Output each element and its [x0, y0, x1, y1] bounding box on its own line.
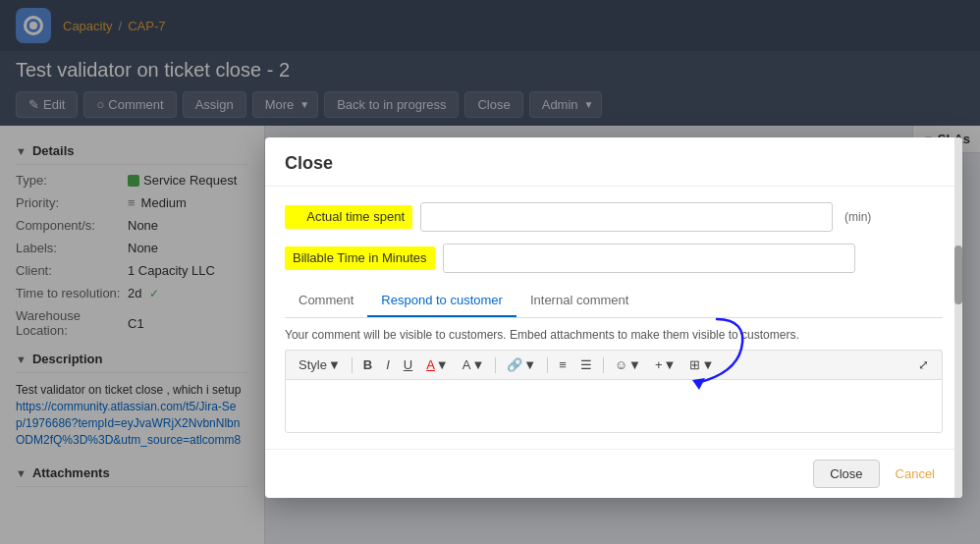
editor-separator-4 — [603, 357, 604, 373]
font-color-chevron-icon: ▼ — [436, 357, 449, 372]
table-chevron-icon: ▼ — [701, 357, 714, 372]
tab-respond-to-customer[interactable]: Respond to customer — [367, 285, 517, 317]
actual-time-unit: (min) — [844, 210, 871, 224]
modal-overlay: Close Actual time spent (min) Billable T… — [0, 0, 980, 544]
link-chevron-icon: ▼ — [523, 357, 536, 372]
expand-editor-button[interactable]: ⤢ — [913, 354, 934, 375]
style-dropdown-button[interactable]: Style ▼ — [294, 354, 346, 375]
font-color-button[interactable]: A ▼ — [421, 354, 454, 375]
editor-area[interactable] — [285, 379, 943, 433]
editor-separator-1 — [352, 357, 353, 373]
billable-time-row: Billable Time in Minutes — [285, 244, 943, 273]
editor-separator-3 — [547, 357, 548, 373]
bullet-list-icon: ≡ — [559, 357, 567, 372]
insert-chevron-icon: ▼ — [664, 357, 677, 372]
bold-button[interactable]: B — [358, 354, 377, 375]
bullet-list-button[interactable]: ≡ — [554, 354, 572, 375]
actual-time-input[interactable] — [420, 202, 833, 232]
actual-time-row: Actual time spent (min) — [285, 202, 943, 232]
modal-scrollbar-thumb — [954, 245, 962, 304]
page-wrapper: Capacity / CAP-7 Test validator on ticke… — [0, 0, 980, 544]
expand-icon: ⤢ — [918, 357, 929, 372]
close-modal: Close Actual time spent (min) Billable T… — [265, 137, 962, 498]
modal-body: Actual time spent (min) Billable Time in… — [265, 187, 962, 449]
table-icon: ⊞ — [689, 357, 700, 372]
clear-format-button[interactable]: A ▼ — [458, 354, 490, 375]
tab-info-text: Your comment will be visible to customer… — [285, 318, 943, 350]
comment-tabs: Comment Respond to customer Internal com… — [285, 285, 943, 318]
actual-time-label: Actual time spent — [285, 205, 412, 229]
tab-internal-comment[interactable]: Internal comment — [517, 285, 642, 317]
modal-close-button[interactable]: Close — [813, 460, 879, 488]
italic-button[interactable]: I — [381, 354, 395, 375]
tab-comment[interactable]: Comment — [285, 285, 367, 317]
link-icon: 🔗 — [507, 357, 522, 372]
numbered-list-button[interactable]: ☰ — [575, 354, 597, 375]
link-button[interactable]: 🔗 ▼ — [502, 354, 541, 375]
emoji-icon: ☺ — [615, 357, 627, 372]
style-chevron-icon: ▼ — [328, 357, 341, 372]
modal-scrollbar[interactable] — [954, 137, 962, 498]
emoji-button[interactable]: ☺ ▼ — [610, 354, 646, 375]
modal-title: Close — [265, 137, 962, 187]
editor-toolbar: Style ▼ B I U A ▼ — [285, 350, 943, 379]
insert-icon: + — [655, 357, 663, 372]
underline-button[interactable]: U — [399, 354, 417, 375]
clear-format-chevron-icon: ▼ — [471, 357, 484, 372]
modal-footer: Close Cancel — [265, 449, 962, 498]
editor-separator-2 — [495, 357, 496, 373]
billable-time-label: Billable Time in Minutes — [285, 246, 435, 270]
numbered-list-icon: ☰ — [580, 357, 592, 372]
table-button[interactable]: ⊞ ▼ — [684, 354, 719, 375]
emoji-chevron-icon: ▼ — [628, 357, 641, 372]
insert-button[interactable]: + ▼ — [650, 354, 681, 375]
billable-time-input[interactable] — [443, 244, 855, 273]
modal-cancel-button[interactable]: Cancel — [888, 460, 943, 488]
